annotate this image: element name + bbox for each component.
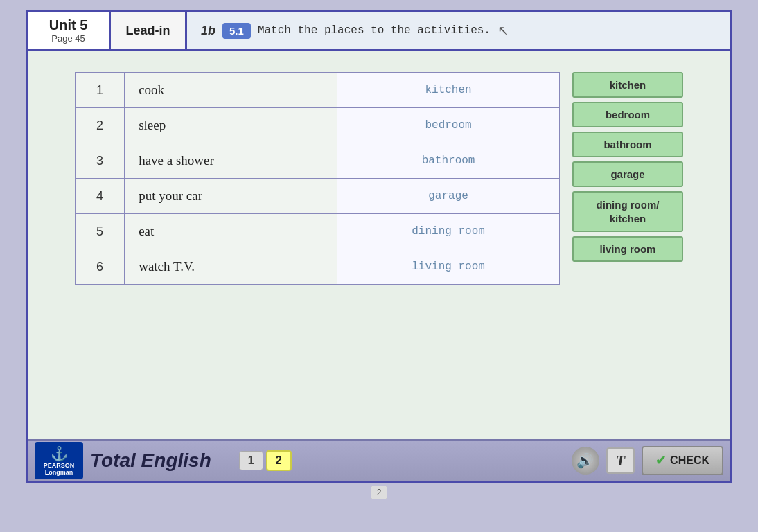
sound-button[interactable]: 🔊	[572, 447, 599, 475]
app-title: Total English	[90, 450, 211, 472]
answer-btn-kitchen[interactable]: kitchen	[572, 72, 683, 98]
row-activity: sleep	[125, 108, 337, 143]
unit-page: Page 45	[51, 33, 85, 44]
table-row: 5 eat dining room	[76, 214, 560, 249]
page-nav: 1 2	[239, 450, 292, 471]
row-activity: eat	[125, 214, 337, 249]
instruction-box: 1b 5.1 Match the places to the activitie…	[187, 12, 730, 49]
row-num: 6	[76, 249, 125, 285]
table-answers-wrapper: 1 cook kitchen 2 sleep bedroom 3 have a …	[75, 65, 683, 285]
pearson-icon: ⚓	[51, 445, 68, 462]
check-label: CHECK	[670, 454, 709, 467]
footer-bar: ⚓ PEARSON Longman Total English 1 2 🔊 T …	[28, 439, 730, 481]
instruction-text: Match the places to the activities.	[258, 24, 491, 37]
sound-icon: 🔊	[576, 452, 594, 469]
row-activity: cook	[125, 73, 337, 108]
row-num: 1	[76, 73, 125, 108]
step-label: 1b	[201, 24, 215, 38]
table-row: 4 put your car garage	[76, 179, 560, 214]
row-num: 3	[76, 143, 125, 179]
answer-btn-dining[interactable]: dining room/kitchen	[572, 191, 683, 232]
row-answer: bedroom	[337, 108, 560, 143]
t-button[interactable]: T	[606, 447, 635, 474]
check-icon: ✔	[655, 453, 666, 468]
answer-btn-garage[interactable]: garage	[572, 161, 683, 187]
leadin-label: Lead-in	[125, 24, 170, 38]
table-row: 3 have a shower bathroom	[76, 143, 560, 179]
table-row: 2 sleep bedroom	[76, 108, 560, 143]
row-answer: living room	[337, 249, 560, 285]
row-num: 5	[76, 214, 125, 249]
row-num: 4	[76, 179, 125, 214]
match-table: 1 cook kitchen 2 sleep bedroom 3 have a …	[75, 72, 560, 285]
unit-box: Unit 5 Page 45	[28, 12, 111, 49]
table-row: 6 watch T.V. living room	[76, 249, 560, 285]
answer-btn-living[interactable]: living room	[572, 236, 683, 262]
page-btn-1[interactable]: 1	[239, 451, 263, 470]
content-area: 1 cook kitchen 2 sleep bedroom 3 have a …	[28, 51, 730, 439]
row-activity: have a shower	[125, 143, 337, 179]
cursor-icon: ↖	[497, 22, 509, 39]
row-answer: dining room	[337, 214, 560, 249]
badge-51: 5.1	[222, 23, 251, 39]
row-answer: kitchen	[337, 73, 560, 108]
answers-column: kitchen bedroom bathroom garage dining r…	[572, 65, 683, 262]
row-activity: watch T.V.	[125, 249, 337, 285]
brand-line1: PEARSON	[44, 462, 75, 469]
check-button[interactable]: ✔ CHECK	[642, 446, 723, 475]
answer-btn-bedroom[interactable]: bedroom	[572, 102, 683, 127]
leadin-box: Lead-in	[111, 12, 187, 49]
header-bar: Unit 5 Page 45 Lead-in 1b 5.1 Match the …	[28, 12, 730, 51]
row-activity: put your car	[125, 179, 337, 214]
main-container: Unit 5 Page 45 Lead-in 1b 5.1 Match the …	[26, 10, 732, 483]
row-num: 2	[76, 108, 125, 143]
unit-title: Unit 5	[49, 17, 88, 33]
pearson-logo: ⚓ PEARSON Longman	[35, 442, 83, 479]
page-indicator-area: 2	[0, 483, 758, 502]
page-indicator-box: 2	[371, 486, 388, 499]
row-answer: garage	[337, 179, 560, 214]
brand-line2: Longman	[45, 469, 73, 476]
row-answer: bathroom	[337, 143, 560, 179]
table-row: 1 cook kitchen	[76, 73, 560, 108]
page-btn-2[interactable]: 2	[266, 450, 292, 471]
answer-btn-bathroom[interactable]: bathroom	[572, 132, 683, 157]
